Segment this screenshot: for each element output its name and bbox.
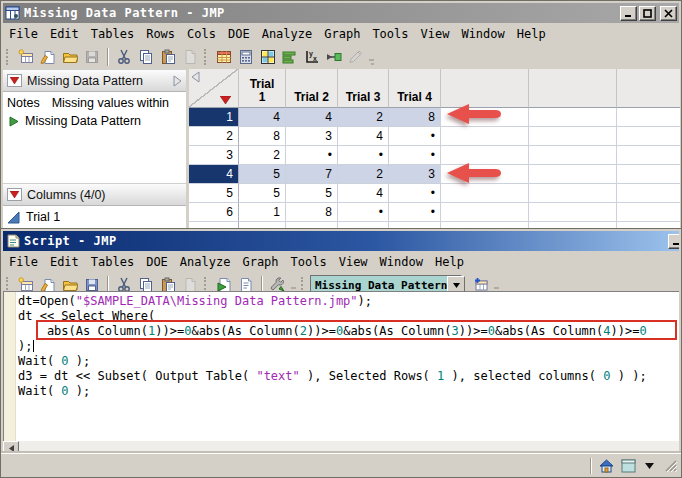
menu-analyze[interactable]: Analyze [174,253,237,271]
menu-file[interactable]: File [3,25,44,43]
code-line[interactable]: Wait( 0 ); [18,384,679,399]
menu-analyze[interactable]: Analyze [256,25,319,43]
resize-grip-icon[interactable] [663,458,678,473]
maximize-button[interactable] [639,6,656,21]
menu-view[interactable]: View [415,25,456,43]
run-script-green-triangle-icon[interactable] [9,116,19,127]
menu-tools[interactable]: Tools [366,25,414,43]
data-cell[interactable]: • [338,203,389,222]
data-cell[interactable]: 2 [239,146,286,165]
data-cell[interactable]: 8 [239,127,286,146]
row-number-cell[interactable]: 1 [189,108,239,127]
data-cell[interactable]: 2 [338,165,389,184]
columns-panel-header[interactable]: Columns (4/0) [3,183,186,206]
titlebar[interactable]: Missing Data Pattern - JMP [3,3,679,23]
table-panel-header[interactable]: Missing Data Pattern [3,69,186,92]
data-cell[interactable]: 4 [286,108,338,127]
data-cell[interactable]: 3 [286,127,338,146]
data-cell[interactable] [617,108,680,127]
code-line[interactable]: dt=Open("$SAMPLE_DATA\Missing Data Patte… [18,294,679,309]
table-row[interactable]: 5554• [189,184,680,203]
table-script-item[interactable]: Missing Data Pattern [3,112,186,130]
data-cell[interactable]: • [389,184,441,203]
table-row[interactable]: 45723 [189,165,680,184]
menu-view[interactable]: View [333,253,374,271]
calculator-button[interactable] [235,46,257,68]
menu-cols[interactable]: Cols [181,25,222,43]
column-header-trial-3[interactable]: Trial 3 [338,69,389,108]
table-row[interactable]: 2834• [189,127,680,146]
close-button[interactable] [660,6,677,21]
minimize-button[interactable] [668,234,679,249]
menu-tables[interactable]: Tables [85,25,140,43]
minimize-button[interactable] [620,6,637,21]
menu-file[interactable]: File [3,253,44,271]
menu-graph[interactable]: Graph [236,253,284,271]
column-header-trial-2[interactable]: Trial 2 [286,69,338,108]
menu-window[interactable]: Window [455,25,510,43]
data-cell[interactable]: 4 [239,108,286,127]
data-cell[interactable] [617,184,680,203]
menu-help[interactable]: Help [511,25,552,43]
code-line[interactable]: ); [18,339,679,354]
row-number-cell[interactable]: 3 [189,146,239,165]
open-button[interactable] [59,46,81,68]
data-cell[interactable] [441,203,529,222]
titlebar[interactable]: Script - JMP [3,231,679,251]
data-table-button[interactable] [213,46,235,68]
red-triangle-menu-icon[interactable] [7,74,22,87]
table-row[interactable]: 618•• [189,203,680,222]
row-number-cell[interactable]: 2 [189,127,239,146]
column-header-empty[interactable] [529,69,617,108]
menu-help[interactable]: Help [429,253,470,271]
data-cell[interactable]: 8 [286,203,338,222]
row-number-cell[interactable]: 5 [189,184,239,203]
row-number-cell[interactable]: 4 [189,165,239,184]
data-cell[interactable] [617,146,680,165]
window-list-icon[interactable] [621,459,636,473]
table-row[interactable]: 32••• [189,146,680,165]
menu-window[interactable]: Window [374,253,429,271]
data-cell[interactable]: • [338,146,389,165]
data-cell[interactable]: 4 [338,127,389,146]
data-cell[interactable] [529,127,617,146]
data-cell[interactable]: • [389,146,441,165]
data-cell[interactable]: 4 [338,184,389,203]
bar-chart-button[interactable] [279,46,301,68]
script-editor[interactable]: dt=Open("$SAMPLE_DATA\Missing Data Patte… [3,291,679,442]
data-cell[interactable]: 5 [239,165,286,184]
table-row[interactable]: 14428 [189,108,680,127]
menu-tools[interactable]: Tools [285,253,333,271]
column-header-trial-1[interactable]: Trial 1 [239,69,286,108]
code-line[interactable]: d3 = dt << Subset( Output Table( "text" … [18,369,679,384]
data-cell[interactable]: 2 [338,108,389,127]
grid-collapse-icon[interactable] [191,71,200,86]
column-header-empty[interactable] [617,69,680,108]
data-cell[interactable]: 8 [389,108,441,127]
red-triangle-menu-icon[interactable] [7,188,22,201]
column-list-item[interactable]: Trial 1 [3,208,186,226]
data-cell[interactable] [529,203,617,222]
paste-button[interactable] [157,46,179,68]
data-cell[interactable]: • [389,127,441,146]
data-cell[interactable]: 1 [239,203,286,222]
data-cell[interactable] [441,184,529,203]
fit-yx-button[interactable]: yx [301,46,323,68]
data-grid[interactable]: Trial 1Trial 2Trial 3Trial 4144282834•32… [189,69,680,233]
toolbar-gripper[interactable] [204,49,209,65]
menu-edit[interactable]: Edit [44,25,85,43]
data-cell[interactable] [617,203,680,222]
toolbar-gripper[interactable] [6,49,11,65]
data-cell[interactable] [529,108,617,127]
code-line[interactable]: Wait( 0 ); [18,354,679,369]
menu-tables[interactable]: Tables [85,253,140,271]
data-cell[interactable] [441,127,529,146]
window-grid-button[interactable] [257,46,279,68]
join-button[interactable] [323,46,345,68]
grid-corner-cell[interactable] [189,69,239,108]
data-cell[interactable]: 7 [286,165,338,184]
data-cell[interactable] [529,165,617,184]
data-cell[interactable] [617,127,680,146]
panel-collapse-icon[interactable] [173,75,182,87]
menu-graph[interactable]: Graph [318,25,366,43]
